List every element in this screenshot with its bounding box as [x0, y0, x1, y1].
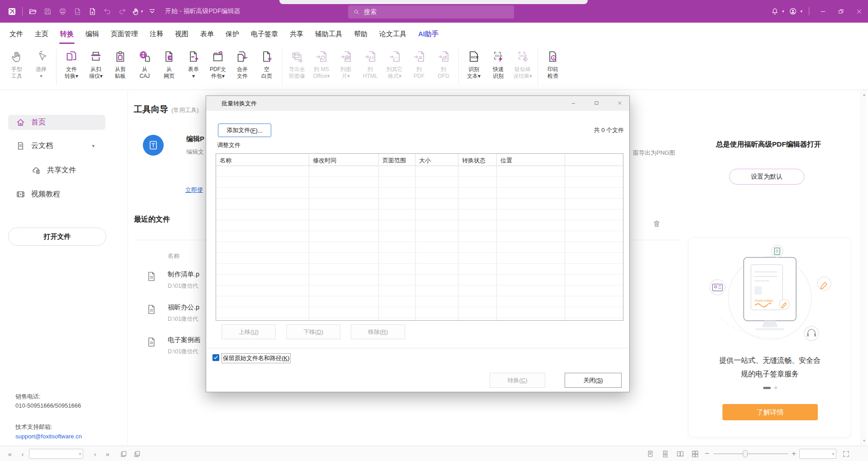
add-files-button[interactable]: 添加文件(F)... [218, 124, 271, 137]
dialog-minimize-button[interactable] [571, 100, 577, 106]
redo-icon[interactable] [115, 4, 130, 19]
carousel-dot[interactable] [774, 386, 777, 389]
menu-tab-保护[interactable]: 保护 [220, 23, 245, 45]
page-number-combo[interactable]: ▾ [29, 449, 83, 459]
doc-remove-icon[interactable] [70, 4, 85, 19]
edit-pdf-tool-title[interactable]: 编辑P [186, 135, 204, 143]
column-header-修改时间[interactable]: 修改时间 [309, 154, 379, 166]
print-icon[interactable] [55, 4, 70, 19]
open-folder-icon[interactable] [25, 4, 40, 19]
ribbon-tool-识别文本[interactable]: OCR识别文本▾ [462, 48, 486, 80]
chevron-down-icon[interactable]: ▼ [91, 144, 95, 148]
remove-button[interactable]: 移除(R) [351, 324, 405, 339]
move-up-button[interactable]: 上移(U) [222, 324, 276, 339]
ribbon-tool-到图片[interactable]: 到图片▾ [334, 48, 358, 80]
close-button[interactable] [850, 0, 868, 23]
hand-pointer-icon[interactable]: ▾ [130, 4, 145, 19]
sidebar-item-云文档[interactable]: 云文档▼ [8, 138, 105, 153]
clear-recent-trash-icon[interactable] [652, 219, 661, 228]
undo-icon[interactable] [100, 4, 115, 19]
menu-tab-编辑[interactable]: 编辑 [80, 23, 105, 45]
ribbon-tool-从扫描仪[interactable]: 从扫描仪▾ [84, 48, 108, 80]
support-email-link[interactable]: support@foxitsoftware.cn [15, 433, 82, 440]
use-now-link[interactable]: 立即使 [185, 186, 203, 194]
carousel-dot-active[interactable] [763, 387, 771, 389]
sidebar-item-共享文件[interactable]: 共享文件 [24, 163, 105, 178]
main-scrollbar[interactable]: ▲ ▼ [861, 90, 867, 446]
keep-original-checkbox[interactable] [212, 354, 219, 361]
fit-screen-icon[interactable] [840, 446, 852, 461]
zoom-level-combo[interactable]: ▾ [799, 449, 836, 459]
menu-tab-视图[interactable]: 视图 [169, 23, 194, 45]
ribbon-tool-手型工具[interactable]: 手型工具 [5, 48, 29, 80]
dialog-close-button[interactable] [617, 100, 623, 106]
dialog-close-action-button[interactable]: 关闭(S) [565, 373, 622, 388]
continuous-view-icon[interactable] [660, 446, 670, 461]
column-header-位置[interactable]: 位置 [497, 154, 565, 166]
doc-add-icon[interactable] [85, 4, 100, 19]
ribbon-tool-疑似错误结果[interactable]: OCR疑似错误结果▾ [510, 48, 535, 80]
menu-tab-注释[interactable]: 注释 [144, 23, 169, 45]
prev-page-icon[interactable]: ‹ [17, 446, 28, 461]
single-page-view-icon[interactable] [645, 446, 656, 461]
dialog-title-bar[interactable]: 批量转换文件 [206, 96, 629, 111]
ribbon-tool-文件转换[interactable]: 文件转换▾ [59, 48, 84, 80]
ribbon-tool-到其它格式[interactable]: 到其它格式▾ [382, 48, 407, 80]
edit-pdf-tool-icon[interactable] [143, 135, 164, 156]
dialog-maximize-button[interactable] [594, 100, 600, 106]
clipboard-icon[interactable] [131, 446, 143, 461]
last-page-icon[interactable]: » [102, 446, 113, 461]
scroll-down-icon[interactable]: ▼ [861, 439, 867, 443]
keep-original-checkbox-label[interactable]: 保留原始文件名和路径(K) [222, 354, 290, 363]
bell-caret-icon[interactable]: ▾ [782, 9, 786, 14]
menu-tab-表单[interactable]: 表单 [194, 23, 220, 45]
ribbon-tool-从剪贴板[interactable]: 从剪贴板 [108, 48, 132, 80]
scroll-up-icon[interactable]: ▲ [861, 93, 867, 97]
ribbon-tool-到OFD[interactable]: 到OFD [431, 48, 456, 80]
ribbon-tool-导出全部图像[interactable]: 导出全部图像 [285, 48, 309, 80]
qat-chevron-icon[interactable] [145, 4, 160, 19]
column-header-名称[interactable]: 名称 [216, 154, 309, 166]
ribbon-tool-到PDF[interactable]: 到PDF [407, 48, 431, 80]
ribbon-tool-PDF文件包[interactable]: PDF文件包▾ [206, 48, 230, 80]
ribbon-tool-到 MSOffice[interactable]: 到 MSOffice▾ [309, 48, 334, 80]
next-page-icon[interactable]: › [90, 446, 100, 461]
first-page-icon[interactable]: « [5, 446, 15, 461]
zoom-slider-thumb[interactable] [743, 450, 748, 457]
menu-tab-文件[interactable]: 文件 [4, 23, 29, 45]
set-as-default-button[interactable]: 设置为默认 [729, 169, 804, 185]
facing-continuous-view-icon[interactable] [689, 446, 700, 461]
column-header-大小[interactable]: 大小 [415, 154, 458, 166]
zoom-in-icon[interactable]: + [789, 446, 798, 461]
menu-tab-转换[interactable]: 转换 [54, 23, 80, 45]
restore-button[interactable] [832, 0, 850, 23]
open-file-button[interactable]: 打开文件 [8, 228, 106, 246]
avatar-icon[interactable] [786, 0, 800, 23]
avatar-caret-icon[interactable]: ▾ [800, 9, 804, 14]
save-icon[interactable] [40, 4, 55, 19]
menu-tab-辅助工具[interactable]: 辅助工具 [309, 23, 348, 45]
menu-tab-主页[interactable]: 主页 [29, 23, 54, 45]
ribbon-tool-空白页[interactable]: 空白页 [255, 48, 279, 80]
menu-tab-AI助手[interactable]: AI助手 [412, 23, 444, 45]
ribbon-tool-合并文件[interactable]: 合并文件 [230, 48, 255, 80]
zoom-out-icon[interactable]: − [703, 446, 712, 461]
ribbon-tool-选择[interactable]: 选择▾ [29, 48, 53, 80]
column-header-页面范围[interactable]: 页面范围 [379, 154, 415, 166]
move-down-button[interactable]: 下移(D) [286, 324, 340, 339]
menu-tab-共享[interactable]: 共享 [284, 23, 309, 45]
ribbon-tool-到HTML[interactable]: 到HTML [358, 48, 382, 80]
column-header-转换状态[interactable]: 转换状态 [458, 154, 497, 166]
ribbon-tool-印前检查[interactable]: A印前检查 [541, 48, 565, 80]
search-input[interactable]: 搜索 [348, 5, 514, 19]
ribbon-tool-快速识别[interactable]: OCR快速识别 [486, 48, 510, 80]
learn-more-button[interactable]: 了解详情 [722, 404, 818, 420]
sidebar-item-视频教程[interactable]: 视频教程 [8, 187, 105, 202]
convert-button[interactable]: 转换(C) [490, 373, 545, 388]
ribbon-tool-从网页[interactable]: 从网页 [157, 48, 181, 80]
menu-tab-电子签章[interactable]: 电子签章 [245, 23, 284, 45]
menu-tab-论文工具[interactable]: 论文工具 [373, 23, 412, 45]
facing-view-icon[interactable] [675, 446, 685, 461]
bell-icon[interactable] [768, 0, 782, 23]
menu-tab-页面管理[interactable]: 页面管理 [105, 23, 144, 45]
